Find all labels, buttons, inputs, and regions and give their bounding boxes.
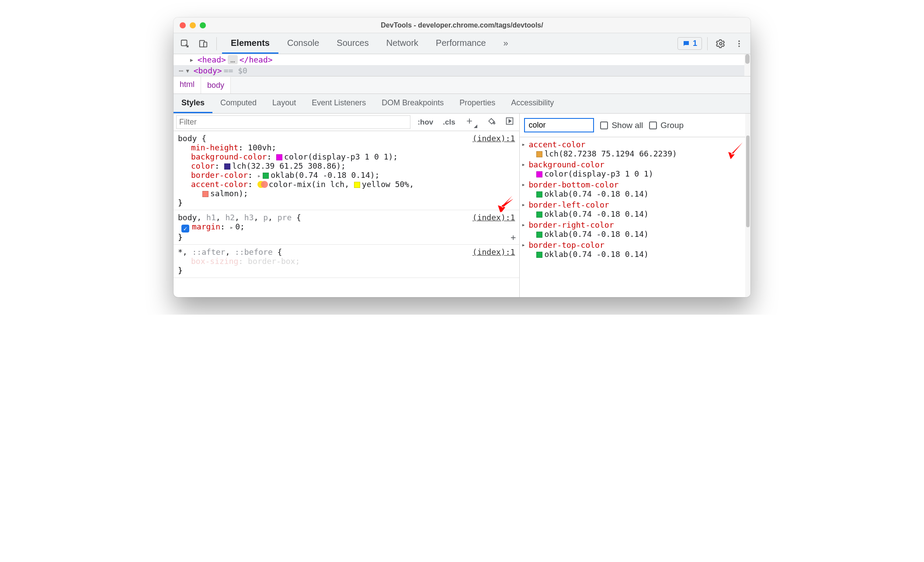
declaration[interactable]: box-sizing: border-box;	[178, 257, 515, 266]
crumb-body[interactable]: body	[201, 76, 231, 94]
subtab-accessibility[interactable]: Accessibility	[503, 94, 562, 113]
color-swatch-icon[interactable]	[536, 171, 542, 177]
color-swatch-icon[interactable]	[202, 191, 208, 197]
main-tabs: Elements Console Sources Network Perform…	[222, 33, 517, 54]
expand-icon[interactable]	[189, 55, 196, 64]
settings-icon[interactable]	[713, 36, 729, 52]
tab-performance[interactable]: Performance	[427, 33, 495, 54]
dom-head-row[interactable]: <head> … </head>	[174, 54, 750, 65]
property-name: accent-color	[528, 140, 585, 149]
subtab-event-listeners[interactable]: Event Listeners	[304, 94, 374, 113]
group-checkbox[interactable]: Group	[649, 121, 684, 130]
styles-filter-input[interactable]	[176, 115, 410, 129]
declaration[interactable]: accent-color: color-mix(in lch, yellow 5…	[178, 180, 515, 189]
cls-button[interactable]: .cls	[440, 117, 458, 128]
selector[interactable]: *, ::after, ::before {	[178, 247, 515, 257]
declaration[interactable]: border-color: oklab(0.74 -0.18 0.14);	[178, 170, 515, 180]
property-name: border-color	[191, 170, 248, 180]
property-value: oklab(0.74 -0.18 0.14)	[544, 229, 648, 239]
color-mix-icon[interactable]	[257, 181, 267, 188]
new-rule-button[interactable]	[462, 116, 480, 129]
crumb-html[interactable]: html	[174, 76, 201, 94]
computed-property[interactable]: border-top-coloroklab(0.74 -0.18 0.14)	[520, 239, 750, 260]
computed-toggle-icon[interactable]	[503, 116, 517, 128]
styles-pane: :hov .cls (index):1body {min-height: 100…	[174, 114, 520, 297]
dom-tree[interactable]: <head> … </head> ⋯ <body> == $0	[174, 54, 750, 76]
subtab-dom-breakpoints[interactable]: DOM Breakpoints	[374, 94, 452, 113]
collapse-icon[interactable]	[185, 66, 192, 75]
scrollbar[interactable]	[744, 54, 750, 76]
subtab-computed[interactable]: Computed	[212, 94, 264, 113]
more-menu-icon[interactable]	[731, 36, 747, 52]
selector[interactable]: body, h1, h2, h3, p, pre {	[178, 213, 515, 222]
property-value: color(display-p3 1 0 1)	[544, 169, 653, 178]
color-swatch-icon[interactable]	[276, 154, 282, 160]
paint-bucket-icon[interactable]	[484, 116, 498, 128]
tab-console[interactable]: Console	[278, 33, 328, 54]
color-swatch-icon[interactable]	[536, 151, 542, 157]
device-toggle-icon[interactable]	[195, 36, 211, 52]
separator	[216, 37, 217, 50]
css-rule[interactable]: (index):1body, h1, h2, h3, p, pre {✓marg…	[174, 210, 519, 245]
computed-body: accent-colorlch(82.7238 75.1294 66.2239)…	[520, 137, 750, 297]
source-link[interactable]: (index):1	[472, 213, 515, 222]
svg-point-4	[738, 40, 740, 42]
svg-point-6	[738, 45, 740, 47]
minimize-icon[interactable]	[190, 22, 196, 28]
expand-icon[interactable]	[257, 170, 263, 180]
sidebar-tabs: Styles Computed Layout Event Listeners D…	[174, 94, 750, 114]
maximize-icon[interactable]	[200, 22, 206, 28]
color-swatch-icon[interactable]	[536, 212, 542, 218]
computed-property[interactable]: border-right-coloroklab(0.74 -0.18 0.14)	[520, 219, 750, 239]
scrollbar[interactable]	[745, 114, 750, 297]
computed-property[interactable]: background-colorcolor(display-p3 1 0 1)	[520, 159, 750, 179]
selected-node-hint: == $0	[224, 66, 247, 75]
computed-property[interactable]: border-left-coloroklab(0.74 -0.18 0.14)	[520, 199, 750, 219]
property-value: lch(32.39 61.25 308.86);	[232, 161, 346, 170]
tab-elements[interactable]: Elements	[222, 33, 278, 54]
devtools-window: DevTools - developer.chrome.com/tags/dev…	[174, 17, 750, 297]
color-swatch-icon[interactable]	[224, 163, 230, 170]
ellipsis-icon[interactable]: …	[228, 55, 238, 64]
subtab-properties[interactable]: Properties	[452, 94, 503, 113]
issues-badge[interactable]: 1	[677, 37, 702, 50]
show-all-label: Show all	[611, 121, 643, 130]
subtab-layout[interactable]: Layout	[264, 94, 304, 113]
property-value: border-box;	[248, 257, 300, 266]
dom-body-row[interactable]: ⋯ <body> == $0	[174, 65, 750, 76]
css-rule[interactable]: (index):1body {min-height: 100vh;backgro…	[174, 131, 519, 210]
tab-more[interactable]: »	[495, 33, 517, 54]
enabled-checkbox[interactable]: ✓	[181, 225, 189, 232]
property-name: accent-color	[191, 180, 248, 189]
tab-sources[interactable]: Sources	[328, 33, 377, 54]
declaration[interactable]: background-color: color(display-p3 1 0 1…	[178, 152, 515, 161]
declaration[interactable]: color: lch(32.39 61.25 308.86);	[178, 161, 515, 170]
computed-property[interactable]: accent-colorlch(82.7238 75.1294 66.2239)	[520, 139, 750, 159]
color-swatch-icon[interactable]	[536, 232, 542, 238]
subtab-styles[interactable]: Styles	[174, 94, 212, 113]
computed-pane: Show all Group accent-colorlch(82.7238 7…	[520, 114, 750, 297]
show-all-checkbox[interactable]: Show all	[600, 121, 643, 130]
selector[interactable]: body {	[178, 134, 515, 143]
expand-icon[interactable]	[230, 222, 235, 231]
color-swatch-icon[interactable]	[536, 191, 542, 198]
source-link[interactable]: (index):1	[472, 134, 515, 143]
property-name: border-top-color	[528, 240, 604, 250]
declaration[interactable]: ✓margin: 0;	[178, 222, 515, 232]
add-declaration-button[interactable]: +	[511, 232, 516, 243]
color-swatch-icon[interactable]	[263, 173, 269, 179]
color-swatch-icon[interactable]	[354, 182, 360, 188]
traffic-lights	[180, 22, 206, 28]
computed-filter-input[interactable]	[524, 118, 594, 132]
declaration[interactable]: min-height: 100vh;	[178, 143, 515, 152]
hov-button[interactable]: :hov	[415, 117, 436, 128]
color-swatch-icon[interactable]	[536, 252, 542, 258]
close-icon[interactable]	[180, 22, 186, 28]
css-rule[interactable]: (index):1*, ::after, ::before {box-sizin…	[174, 245, 519, 278]
source-link[interactable]: (index):1	[472, 247, 515, 257]
separator	[707, 37, 708, 50]
property-name: background-color	[191, 152, 267, 161]
tab-network[interactable]: Network	[378, 33, 427, 54]
inspect-icon[interactable]	[177, 36, 193, 52]
computed-property[interactable]: border-bottom-coloroklab(0.74 -0.18 0.14…	[520, 179, 750, 199]
